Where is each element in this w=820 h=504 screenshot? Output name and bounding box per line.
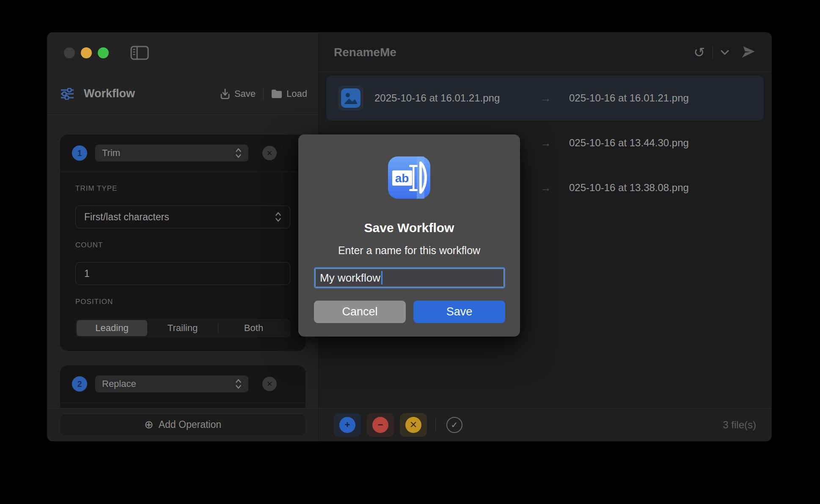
minus-circle-icon: −	[372, 417, 388, 433]
app-title: RenameMe	[334, 46, 396, 59]
arrow-icon: →	[535, 137, 556, 150]
check-circle-icon: ✓	[446, 417, 462, 433]
header-divider	[263, 88, 264, 100]
renamed-filename: 025-10-16 at 16.01.21.png	[569, 92, 689, 104]
close-icon: ✕	[267, 149, 272, 158]
main-footer: + − ✕ ✓ 3 file(s)	[319, 408, 771, 441]
operation-type-select[interactable]: Replace	[95, 375, 248, 392]
workflow-name-value: My workflow	[320, 271, 380, 285]
count-label: COUNT	[75, 241, 290, 249]
operation-card-trim: 1 Trim ✕	[60, 134, 305, 351]
add-operation-label: Add Operation	[159, 419, 221, 430]
minimize-window-button[interactable]	[81, 47, 92, 58]
remove-operation-button[interactable]: ✕	[262, 146, 277, 160]
file-icon-wrap	[338, 85, 363, 111]
remove-file-button[interactable]: −	[367, 413, 394, 437]
workflow-name-input[interactable]: My workflow	[314, 267, 505, 288]
position-label: POSITION	[75, 298, 290, 306]
run-rename-button[interactable]	[740, 45, 756, 60]
save-tray-icon	[220, 88, 230, 99]
add-circle-icon: ⊕	[144, 418, 154, 431]
sidebar-footer: ⊕ Add Operation	[47, 408, 318, 441]
cancel-button[interactable]: Cancel	[314, 301, 406, 323]
trim-type-label: TRIM TYPE	[75, 184, 290, 193]
arrow-icon: →	[535, 92, 556, 105]
clear-files-button[interactable]: ✕	[400, 413, 427, 437]
renamed-filename: 025-10-16 at 13.38.08.png	[569, 182, 689, 194]
operation-index-badge: 1	[72, 145, 87, 161]
options-chevron-button[interactable]	[721, 50, 729, 55]
image-file-icon	[341, 88, 360, 108]
arrow-icon: →	[535, 181, 556, 194]
sidebar-toggle-button[interactable]	[130, 46, 149, 60]
operation-type-value: Replace	[102, 378, 136, 389]
x-circle-icon: ✕	[405, 417, 421, 433]
undo-icon: ↺	[693, 45, 705, 60]
zoom-window-button[interactable]	[98, 47, 109, 58]
undo-button[interactable]: ↺	[693, 46, 705, 59]
count-input[interactable]: 1	[75, 262, 290, 285]
screen: Workflow Save Load	[0, 0, 820, 504]
paper-plane-icon	[740, 45, 756, 60]
operation-type-value: Trim	[102, 148, 120, 159]
dialog-title: Save Workflow	[298, 221, 520, 235]
workflow-sliders-icon	[60, 88, 74, 100]
operation-type-select[interactable]: Trim	[95, 145, 248, 162]
plus-circle-icon: +	[339, 417, 355, 433]
operation-header: 1 Trim ✕	[60, 134, 305, 172]
stepper-chevrons-icon	[235, 148, 242, 159]
add-files-button[interactable]: +	[334, 413, 361, 437]
file-count-status: 3 file(s)	[723, 419, 756, 431]
segment-both[interactable]: Both	[218, 320, 289, 336]
titlebar	[47, 33, 318, 73]
dialog-subtitle: Enter a name for this workflow	[298, 244, 520, 257]
card-divider	[60, 403, 305, 403]
folder-icon	[271, 89, 282, 99]
remove-operation-button[interactable]: ✕	[262, 377, 277, 391]
operation-index-badge: 2	[72, 376, 87, 392]
traffic-lights	[64, 47, 109, 58]
close-icon: ✕	[267, 380, 272, 389]
close-window-button[interactable]	[64, 47, 75, 58]
chevron-down-icon	[721, 50, 729, 55]
apply-button[interactable]: ✓	[441, 413, 468, 437]
app-icon-text: ab	[395, 172, 409, 185]
sidebar-toggle-icon	[130, 46, 149, 60]
text-caret	[381, 271, 382, 285]
stepper-chevrons-icon	[275, 211, 281, 222]
workflow-header: Workflow Save Load	[47, 73, 318, 115]
file-row[interactable]: 2025-10-16 at 16.01.21.png → 025-10-16 a…	[326, 76, 764, 121]
renamed-filename: 025-10-16 at 13.44.30.png	[569, 137, 689, 149]
stepper-chevrons-icon	[235, 378, 242, 389]
save-workflow-label: Save	[234, 88, 256, 99]
trim-type-dropdown[interactable]: First/last characters	[75, 205, 290, 228]
workflow-sidebar: Workflow Save Load	[47, 33, 319, 441]
segment-leading[interactable]: Leading	[77, 320, 147, 336]
header-divider	[713, 46, 713, 59]
segment-trailing[interactable]: Trailing	[147, 320, 218, 336]
add-operation-button[interactable]: ⊕ Add Operation	[61, 414, 305, 436]
operation-header: 2 Replace ✕	[60, 365, 305, 403]
original-filename: 2025-10-16 at 16.01.21.png	[374, 92, 527, 104]
load-workflow-button[interactable]: Load	[271, 88, 307, 99]
operations-list: 1 Trim ✕	[47, 115, 318, 408]
dialog-buttons: Cancel Save	[314, 301, 505, 323]
main-header: RenameMe ↺	[319, 33, 771, 72]
count-value: 1	[84, 268, 90, 279]
operation-card-replace: 2 Replace ✕	[60, 365, 305, 408]
sidebar-title: Workflow	[84, 87, 135, 100]
save-workflow-button[interactable]: Save	[220, 88, 256, 99]
trim-settings: TRIM TYPE First/last characters COUNT 1	[60, 172, 305, 349]
load-workflow-label: Load	[286, 88, 307, 99]
position-segmented-control: Leading Trailing Both	[75, 319, 290, 337]
app-icon: ab	[388, 156, 430, 200]
trim-type-value: First/last characters	[84, 211, 169, 223]
save-workflow-dialog: ab Save Workflow Enter a name for this w…	[298, 134, 520, 337]
footer-divider	[435, 418, 436, 432]
save-button[interactable]: Save	[413, 301, 505, 323]
